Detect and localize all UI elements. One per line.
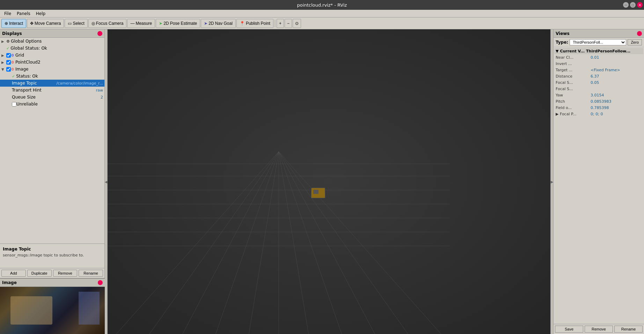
label-status-ok: Status: Ok — [16, 74, 103, 79]
checkbox-image[interactable] — [6, 67, 11, 72]
tree-item-image[interactable]: ▼ ⚙ Image — [0, 66, 104, 73]
maximize-button[interactable]: □ — [630, 2, 636, 8]
views-current-section[interactable]: ▼ Current V... ThirdPersonFollow... — [554, 48, 643, 54]
zoom-out-button[interactable]: − — [285, 19, 292, 28]
toolbar-measure[interactable]: — Measure — [127, 19, 155, 28]
arrow-image: ▼ — [1, 67, 6, 71]
value-pitch: 0.0853983 — [591, 99, 642, 104]
menu-file[interactable]: File — [1, 10, 14, 17]
tree-item-unreliable[interactable]: Unreliable — [0, 101, 104, 108]
title-bar: pointcloud.rviz* - RViz ─ □ ✕ — [0, 0, 644, 10]
duplicate-button[interactable]: Duplicate — [27, 270, 52, 277]
image-panel-close[interactable] — [98, 280, 103, 285]
label-image-topic: Image Topic — [12, 81, 55, 86]
checkbox-grid[interactable] — [6, 53, 11, 58]
checkbox-unreliable[interactable] — [12, 102, 16, 107]
toolbar-focus-camera[interactable]: ◎ Focus Camera — [88, 19, 127, 28]
title-bar-controls: ─ □ ✕ — [623, 2, 643, 8]
views-remove-button[interactable]: Remove — [585, 326, 613, 333]
views-type-select[interactable]: ThirdPersonFoll... — [570, 39, 626, 45]
image-panel-header: Image — [0, 278, 105, 287]
focus-camera-icon: ◎ — [92, 21, 95, 26]
svg-line-11 — [247, 152, 279, 334]
nav-icon: ➤ — [204, 21, 207, 26]
label-focal-s2: Focal S... — [556, 87, 591, 91]
views-row-target: Target ... <Fixed Frame> — [554, 67, 643, 73]
tree-item-image-topic[interactable]: Image Topic /camera/color/image_r... — [0, 80, 104, 87]
description-area: Image Topic sensor_msgs::Image topic to … — [0, 244, 104, 268]
close-button[interactable]: ✕ — [637, 2, 643, 8]
displays-close-button[interactable] — [97, 31, 102, 36]
add-button[interactable]: Add — [1, 270, 26, 277]
tree-item-global-status[interactable]: ✓ Global Status: Ok — [0, 45, 104, 52]
interact-icon: ⊕ — [5, 21, 8, 26]
move-camera-icon: ✥ — [30, 21, 34, 26]
minimize-button[interactable]: ─ — [623, 2, 629, 8]
main-layout: Displays ▶ ⚙ Global Options ✓ Global Sta… — [0, 29, 644, 334]
toolbar-interact[interactable]: ⊕ Interact — [1, 19, 26, 28]
label-pointcloud2: PointCloud2 — [15, 60, 103, 65]
zoom-out-icon: − — [287, 21, 290, 26]
viewport-3d[interactable]: .grid-line { stroke: #555; stroke-width:… — [108, 29, 550, 334]
menu-panels[interactable]: Panels — [14, 10, 33, 17]
svg-line-16 — [279, 152, 415, 334]
nav-label: 2D Nav Goal — [208, 21, 233, 26]
views-row-focal-point[interactable]: ▶ Focal P... 0; 0; 0 — [554, 111, 643, 117]
label-focal-s1: Focal S... — [556, 80, 591, 85]
left-collapse-icon: ◀ — [105, 180, 108, 184]
displays-main: ▶ ⚙ Global Options ✓ Global Status: Ok ▶… — [0, 38, 104, 278]
toolbar-select[interactable]: ▭ Select — [65, 19, 87, 28]
image-panel-title: Image — [2, 280, 17, 285]
icon-global-options: ⚙ — [6, 39, 10, 44]
left-collapse-handle[interactable]: ◀ — [105, 29, 108, 334]
views-header: Views — [554, 29, 644, 38]
label-grid: Grid — [15, 53, 103, 58]
label-near-clip: Near Cl... — [556, 55, 591, 60]
views-rename-button[interactable]: Rename — [614, 326, 643, 333]
label-image: Image — [15, 67, 103, 72]
views-zero-button[interactable]: Zero — [628, 39, 642, 45]
value-queue-size: 2 — [101, 95, 103, 100]
views-section-arrow: ▼ — [556, 49, 558, 53]
toolbar-publish-point[interactable]: 📍 Publish Point — [236, 19, 273, 28]
center-viewport[interactable]: .grid-line { stroke: #555; stroke-width:… — [108, 29, 550, 334]
tree-item-queue-size[interactable]: Queue Size 2 — [0, 94, 104, 101]
tree-item-grid[interactable]: ▶ ⚙ Grid — [0, 52, 104, 59]
views-type-row: Type: ThirdPersonFoll... Zero — [554, 38, 644, 47]
label-global-status: Global Status: Ok — [10, 46, 103, 51]
tree-item-transport-hint[interactable]: Transport Hint raw — [0, 87, 104, 94]
tree-item-pointcloud2[interactable]: ▶ ⚙ PointCloud2 — [0, 59, 104, 66]
toolbar-move-camera[interactable]: ✥ Move Camera — [27, 19, 64, 28]
label-distance: Distance — [556, 74, 591, 79]
svg-line-7 — [108, 152, 279, 334]
image-panel: Image — [0, 278, 105, 334]
tree-item-status-ok: ✓ Status: Ok — [0, 73, 104, 80]
svg-line-10 — [212, 152, 279, 334]
label-pitch: Pitch — [556, 99, 591, 104]
menu-bar: File Panels Help — [0, 10, 644, 17]
image-content — [0, 287, 105, 334]
tree-item-global-options[interactable]: ▶ ⚙ Global Options — [0, 38, 104, 45]
publish-label: Publish Point — [246, 21, 270, 26]
remove-button[interactable]: Remove — [53, 270, 78, 277]
svg-line-8 — [142, 152, 279, 334]
toolbar-2d-nav[interactable]: ➤ 2D Nav Goal — [201, 19, 236, 28]
views-save-button[interactable]: Save — [555, 326, 583, 333]
toolbar: ⊕ Interact ✥ Move Camera ▭ Select ◎ Focu… — [0, 17, 644, 29]
interact-label: Interact — [9, 21, 23, 26]
svg-line-13 — [279, 152, 310, 334]
menu-help[interactable]: Help — [33, 10, 48, 17]
checkbox-pointcloud2[interactable] — [6, 60, 11, 65]
label-queue-size: Queue Size — [12, 95, 99, 100]
rename-button[interactable]: Rename — [79, 270, 103, 277]
toolbar-2d-pose[interactable]: ➤ 2D Pose Estimate — [156, 19, 200, 28]
views-close-button[interactable] — [637, 31, 642, 36]
right-collapse-handle[interactable]: ▶ — [550, 29, 553, 334]
svg-line-15 — [279, 152, 380, 334]
displays-panel-header: Displays — [0, 29, 104, 38]
svg-line-9 — [177, 152, 279, 334]
zoom-in-button[interactable]: + — [277, 19, 284, 28]
zoom-reset-button[interactable]: ⊙ — [293, 19, 301, 28]
value-distance: 6.37 — [591, 74, 642, 79]
svg-line-14 — [279, 152, 345, 334]
